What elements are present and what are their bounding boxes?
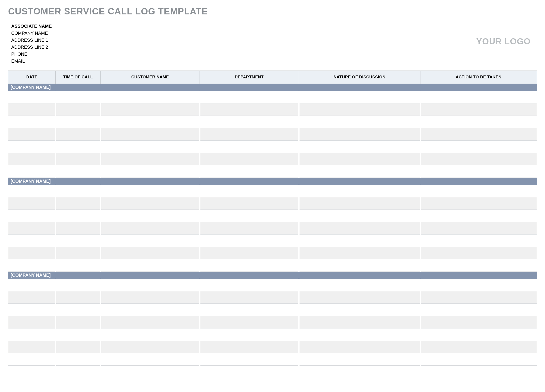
cell-date[interactable]: [8, 165, 56, 178]
cell-department[interactable]: [200, 316, 299, 329]
cell-customer[interactable]: [101, 128, 200, 141]
cell-time[interactable]: [56, 247, 101, 259]
cell-time[interactable]: [56, 222, 101, 235]
cell-department[interactable]: [200, 210, 299, 222]
cell-time[interactable]: [56, 185, 101, 197]
cell-nature[interactable]: [299, 341, 421, 353]
cell-date[interactable]: [8, 153, 56, 165]
cell-time[interactable]: [56, 197, 101, 210]
cell-nature[interactable]: [299, 153, 421, 165]
cell-nature[interactable]: [299, 128, 421, 141]
cell-nature[interactable]: [299, 91, 421, 103]
cell-action[interactable]: [421, 153, 537, 165]
cell-time[interactable]: [56, 341, 101, 353]
cell-nature[interactable]: [299, 247, 421, 259]
cell-date[interactable]: [8, 91, 56, 103]
cell-department[interactable]: [200, 329, 299, 341]
cell-department[interactable]: [200, 116, 299, 128]
cell-department[interactable]: [200, 165, 299, 178]
cell-nature[interactable]: [299, 222, 421, 235]
cell-time[interactable]: [56, 103, 101, 116]
cell-date[interactable]: [8, 128, 56, 141]
cell-customer[interactable]: [101, 185, 200, 197]
cell-department[interactable]: [200, 259, 299, 272]
cell-department[interactable]: [200, 341, 299, 353]
cell-action[interactable]: [421, 291, 537, 304]
cell-action[interactable]: [421, 304, 537, 316]
cell-nature[interactable]: [299, 103, 421, 116]
cell-date[interactable]: [8, 185, 56, 197]
cell-nature[interactable]: [299, 279, 421, 291]
cell-date[interactable]: [8, 197, 56, 210]
cell-department[interactable]: [200, 222, 299, 235]
cell-time[interactable]: [56, 316, 101, 329]
cell-department[interactable]: [200, 103, 299, 116]
cell-time[interactable]: [56, 259, 101, 272]
cell-nature[interactable]: [299, 291, 421, 304]
cell-action[interactable]: [421, 103, 537, 116]
cell-action[interactable]: [421, 141, 537, 153]
cell-nature[interactable]: [299, 141, 421, 153]
cell-date[interactable]: [8, 316, 56, 329]
cell-department[interactable]: [200, 141, 299, 153]
cell-customer[interactable]: [101, 353, 200, 366]
cell-action[interactable]: [421, 247, 537, 259]
cell-department[interactable]: [200, 91, 299, 103]
cell-customer[interactable]: [101, 222, 200, 235]
cell-nature[interactable]: [299, 235, 421, 247]
cell-nature[interactable]: [299, 197, 421, 210]
cell-action[interactable]: [421, 222, 537, 235]
cell-action[interactable]: [421, 210, 537, 222]
cell-customer[interactable]: [101, 116, 200, 128]
cell-time[interactable]: [56, 153, 101, 165]
cell-date[interactable]: [8, 247, 56, 259]
cell-department[interactable]: [200, 197, 299, 210]
cell-action[interactable]: [421, 197, 537, 210]
cell-department[interactable]: [200, 353, 299, 366]
cell-action[interactable]: [421, 341, 537, 353]
cell-action[interactable]: [421, 353, 537, 366]
cell-customer[interactable]: [101, 259, 200, 272]
cell-department[interactable]: [200, 279, 299, 291]
cell-nature[interactable]: [299, 304, 421, 316]
cell-department[interactable]: [200, 291, 299, 304]
cell-nature[interactable]: [299, 210, 421, 222]
cell-nature[interactable]: [299, 116, 421, 128]
cell-action[interactable]: [421, 235, 537, 247]
cell-customer[interactable]: [101, 316, 200, 329]
cell-action[interactable]: [421, 91, 537, 103]
cell-date[interactable]: [8, 353, 56, 366]
cell-customer[interactable]: [101, 235, 200, 247]
cell-time[interactable]: [56, 141, 101, 153]
cell-nature[interactable]: [299, 353, 421, 366]
cell-action[interactable]: [421, 279, 537, 291]
cell-date[interactable]: [8, 222, 56, 235]
cell-date[interactable]: [8, 304, 56, 316]
cell-nature[interactable]: [299, 316, 421, 329]
cell-action[interactable]: [421, 185, 537, 197]
cell-customer[interactable]: [101, 197, 200, 210]
cell-time[interactable]: [56, 279, 101, 291]
cell-date[interactable]: [8, 235, 56, 247]
cell-time[interactable]: [56, 235, 101, 247]
cell-date[interactable]: [8, 279, 56, 291]
cell-customer[interactable]: [101, 341, 200, 353]
cell-date[interactable]: [8, 291, 56, 304]
cell-date[interactable]: [8, 141, 56, 153]
cell-customer[interactable]: [101, 304, 200, 316]
cell-nature[interactable]: [299, 185, 421, 197]
cell-date[interactable]: [8, 103, 56, 116]
cell-department[interactable]: [200, 185, 299, 197]
cell-date[interactable]: [8, 329, 56, 341]
cell-nature[interactable]: [299, 259, 421, 272]
cell-customer[interactable]: [101, 279, 200, 291]
cell-department[interactable]: [200, 247, 299, 259]
cell-time[interactable]: [56, 329, 101, 341]
cell-customer[interactable]: [101, 329, 200, 341]
cell-time[interactable]: [56, 116, 101, 128]
cell-customer[interactable]: [101, 165, 200, 178]
cell-action[interactable]: [421, 165, 537, 178]
cell-customer[interactable]: [101, 153, 200, 165]
cell-customer[interactable]: [101, 210, 200, 222]
cell-date[interactable]: [8, 259, 56, 272]
